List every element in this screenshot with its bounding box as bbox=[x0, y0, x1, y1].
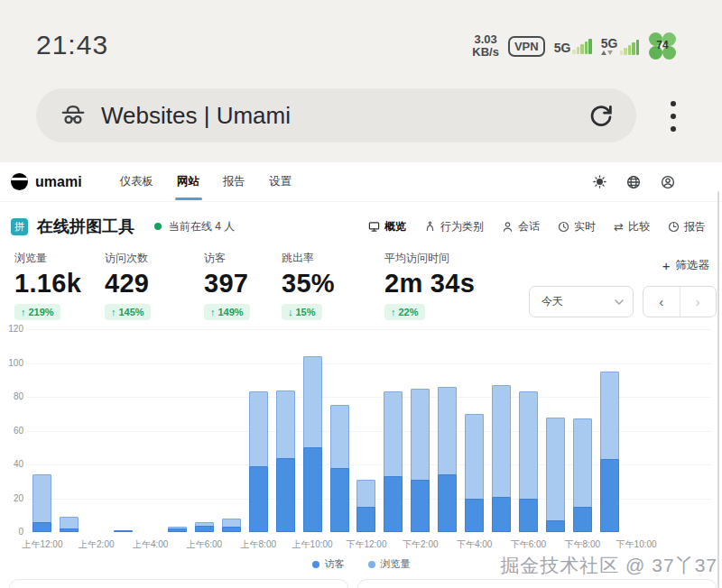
nav-items: 仪表板 网站 报告 设置 bbox=[120, 174, 292, 189]
address-bar[interactable]: Websites | Umami bbox=[36, 88, 636, 142]
traffic-bar-chart: 020406080100120上午12:00上午2:00上午4:00上午6:00… bbox=[0, 321, 722, 552]
trend-arrow-icon: ↑ bbox=[210, 307, 216, 317]
x-axis-tick: 下午2:00 bbox=[403, 538, 438, 551]
date-pager: ‹ › bbox=[643, 286, 717, 317]
nav-item-reports[interactable]: 报告 bbox=[223, 174, 245, 189]
tab-compare[interactable]: ⇄ 比较 bbox=[614, 219, 650, 234]
x-axis-tick: 上午2:00 bbox=[79, 538, 114, 551]
bar-visitors[interactable] bbox=[249, 466, 268, 532]
metric-label: 平均访问时间 bbox=[384, 251, 475, 266]
refresh-button[interactable] bbox=[588, 102, 615, 129]
bar-visitors[interactable] bbox=[276, 458, 295, 533]
bar-visitors[interactable] bbox=[222, 527, 241, 532]
umami-logo-icon bbox=[11, 173, 28, 190]
bar-visitors[interactable] bbox=[384, 476, 403, 532]
tab-reports[interactable]: 报告 bbox=[668, 219, 706, 234]
bar-visitors[interactable] bbox=[492, 497, 511, 532]
nav-item-settings[interactable]: 设置 bbox=[269, 174, 292, 189]
y-axis-tick: 40 bbox=[0, 459, 23, 469]
legend-item[interactable]: 浏览量 bbox=[368, 557, 411, 571]
tab-events[interactable]: 行为类别 bbox=[424, 219, 484, 234]
bar-visitors[interactable] bbox=[60, 528, 79, 532]
incognito-icon bbox=[60, 102, 87, 129]
nav-item-dashboard[interactable]: 仪表板 bbox=[120, 174, 154, 189]
legend-item[interactable]: 访客 bbox=[312, 557, 345, 571]
bar-visitors[interactable] bbox=[168, 528, 187, 532]
umami-brand[interactable]: umami bbox=[11, 173, 82, 190]
profile-avatar-icon[interactable] bbox=[661, 175, 675, 189]
bar-visitors[interactable] bbox=[438, 474, 457, 532]
filter-label: 筛选器 bbox=[676, 258, 710, 273]
browser-menu-button[interactable] bbox=[667, 97, 680, 135]
battery-level: 74 bbox=[648, 39, 677, 51]
chevron-down-icon bbox=[615, 299, 624, 305]
gridline bbox=[27, 329, 711, 330]
bar-visitors[interactable] bbox=[411, 480, 430, 532]
tab-realtime[interactable]: 实时 bbox=[558, 219, 596, 234]
y-axis-tick: 120 bbox=[0, 324, 23, 334]
nav-item-websites[interactable]: 网站 bbox=[177, 174, 199, 189]
y-axis-tick: 100 bbox=[0, 358, 23, 368]
status-bar: 21:43 3.03 KB/s VPN 5G 5G 74 bbox=[0, 0, 722, 79]
bar-visitors[interactable] bbox=[195, 526, 214, 533]
bar-visitors[interactable] bbox=[303, 447, 322, 532]
change-value: 145% bbox=[119, 307, 144, 317]
page-scrollbar[interactable] bbox=[717, 191, 719, 588]
status-clock: 21:43 bbox=[36, 30, 108, 60]
x-axis-tick: 上午10:00 bbox=[292, 538, 333, 551]
metric-label: 浏览量 bbox=[14, 251, 81, 266]
tab-overview[interactable]: 概览 bbox=[368, 219, 406, 234]
bar-visitors[interactable] bbox=[465, 499, 484, 533]
trend-arrow-icon: ↑ bbox=[21, 307, 26, 317]
metric-avg-visit-time: 平均访问时间 2m 34s ↑22% bbox=[384, 251, 475, 320]
metric-label: 访问次数 bbox=[105, 251, 151, 266]
net-speed-unit: KB/s bbox=[472, 46, 499, 59]
bar-visitors[interactable] bbox=[356, 507, 375, 532]
net-speed-value: 3.03 bbox=[472, 33, 499, 46]
signal-sim1: 5G bbox=[554, 39, 592, 54]
date-range-select[interactable]: 今天 bbox=[529, 286, 634, 317]
y-axis-tick: 60 bbox=[0, 426, 23, 436]
language-globe-icon[interactable] bbox=[626, 175, 641, 189]
metric-change-badge: ↑149% bbox=[204, 304, 250, 320]
theme-sun-icon[interactable] bbox=[593, 175, 606, 188]
umami-navbar: umami 仪表板 网站 报告 设置 bbox=[0, 162, 722, 202]
trend-arrow-icon: ↑ bbox=[111, 307, 116, 317]
url-title-text[interactable]: Websites | Umami bbox=[101, 102, 588, 130]
tab-sessions[interactable]: 会话 bbox=[502, 219, 540, 234]
add-filter-button[interactable]: + 筛选器 bbox=[662, 258, 709, 273]
bar-visitors[interactable] bbox=[573, 507, 592, 532]
bar-visitors[interactable] bbox=[114, 530, 133, 532]
x-axis-tick: 下午12:00 bbox=[346, 538, 386, 551]
metric-value: 429 bbox=[105, 269, 151, 299]
tab-label: 概览 bbox=[384, 219, 406, 234]
sim1-5g-label: 5G bbox=[554, 42, 571, 54]
nav-action-icons bbox=[593, 175, 675, 189]
change-value: 15% bbox=[296, 307, 316, 317]
tab-label: 行为类别 bbox=[440, 219, 484, 234]
change-value: 149% bbox=[218, 307, 244, 317]
date-range-value: 今天 bbox=[542, 294, 615, 309]
metric-pageviews: 浏览量 1.16k ↑219% bbox=[14, 251, 81, 320]
bar-visitors[interactable] bbox=[330, 468, 349, 532]
bar-visitors[interactable] bbox=[32, 522, 51, 532]
bar-visitors[interactable] bbox=[519, 499, 538, 533]
metric-value: 397 bbox=[204, 269, 250, 299]
signal-bars-icon bbox=[620, 40, 640, 55]
metric-bounce-rate: 跳出率 35% ↓15% bbox=[282, 251, 335, 320]
metric-visitors: 访客 397 ↑149% bbox=[204, 251, 250, 320]
prev-period-button[interactable]: ‹ bbox=[643, 287, 680, 317]
battery-clover-icon: 74 bbox=[648, 32, 677, 60]
tab-label: 实时 bbox=[574, 219, 596, 234]
metric-value: 2m 34s bbox=[384, 269, 475, 299]
site-title: 在线拼图工具 bbox=[37, 216, 134, 237]
metric-label: 访客 bbox=[204, 251, 250, 266]
next-period-button[interactable]: › bbox=[680, 287, 717, 317]
y-axis-tick: 20 bbox=[0, 493, 23, 503]
bar-visitors[interactable] bbox=[600, 459, 619, 532]
bar-visitors[interactable] bbox=[546, 520, 565, 532]
metric-visits: 访问次数 429 ↑145% bbox=[105, 251, 151, 320]
bar-pageviews[interactable] bbox=[546, 418, 565, 533]
metric-change-badge: ↑22% bbox=[384, 304, 425, 320]
online-count-text: 当前在线 4 人 bbox=[169, 219, 235, 234]
